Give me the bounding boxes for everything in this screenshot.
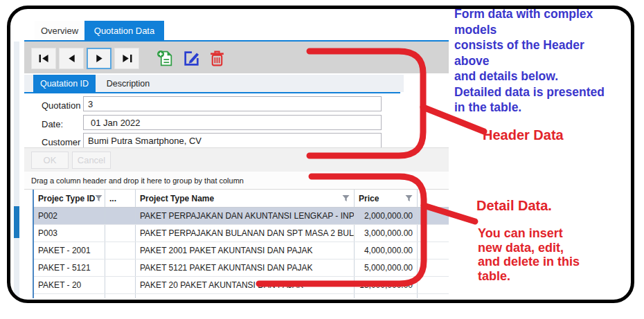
annotation-detail-data: Detail Data. bbox=[476, 198, 552, 214]
tab-overview[interactable]: Overview bbox=[35, 21, 84, 40]
next-record-icon bbox=[93, 54, 105, 63]
delete-record-button[interactable] bbox=[206, 48, 227, 69]
previous-record-icon bbox=[66, 54, 78, 63]
column-header-project-type-name[interactable]: Project Type Name bbox=[136, 190, 355, 207]
previous-record-button[interactable] bbox=[59, 48, 84, 69]
filter-icon[interactable] bbox=[405, 194, 413, 202]
detail-tabstrip: Quatation ID Description bbox=[24, 75, 404, 92]
filter-icon[interactable] bbox=[342, 194, 350, 202]
annotation-header-data: Header Data bbox=[483, 127, 564, 143]
left-scrollbar[interactable] bbox=[14, 42, 19, 298]
column-header-project-type-id[interactable]: Projec Type ID bbox=[34, 190, 105, 207]
new-record-button[interactable] bbox=[154, 48, 175, 69]
edit-record-icon bbox=[182, 49, 201, 68]
tab-quotation-id[interactable]: Quatation ID bbox=[33, 75, 96, 92]
grid-group-panel[interactable]: Drag a column header and drop it here to… bbox=[24, 172, 449, 190]
date-label: Date: bbox=[42, 119, 63, 129]
edit-record-button[interactable] bbox=[181, 48, 202, 69]
tab-quotation-data[interactable]: Quotation Data bbox=[84, 21, 164, 40]
quotation-id-input[interactable] bbox=[83, 96, 382, 111]
last-record-button[interactable] bbox=[114, 48, 139, 69]
date-input[interactable] bbox=[83, 115, 382, 130]
form-button-panel: OK Cancel bbox=[24, 147, 449, 172]
first-record-button[interactable] bbox=[31, 48, 56, 69]
tab-description[interactable]: Description bbox=[98, 75, 159, 92]
main-tabstrip: Overview Quotation Data bbox=[24, 19, 449, 42]
table-row[interactable]: PAKET - 5121 PAKET 5121 PAKET AKUNTANSI … bbox=[34, 259, 449, 277]
delete-record-icon bbox=[208, 49, 226, 68]
next-record-button[interactable] bbox=[87, 48, 111, 69]
ok-button[interactable]: OK bbox=[31, 152, 69, 169]
cancel-button[interactable]: Cancel bbox=[72, 152, 111, 169]
customer-name-input[interactable] bbox=[83, 133, 382, 148]
table-row[interactable]: PAKET - 2001 PAKET 2001 PAKET AKUNTANSI … bbox=[34, 242, 449, 259]
table-row[interactable]: P003 PAKET PERPAJAKAN BULANAN DAN SPT MA… bbox=[34, 225, 449, 242]
detail-grid: Projec Type ID ... Project Type Name Pri… bbox=[33, 190, 449, 298]
table-row-empty bbox=[34, 294, 449, 298]
grid-header-row: Projec Type ID ... Project Type Name Pri… bbox=[34, 190, 449, 208]
annotation-detail-note: You can insert new data, edit, and delet… bbox=[478, 226, 580, 283]
first-record-icon bbox=[38, 54, 50, 63]
header-form: Quotation ID: Date: Customer Name bbox=[24, 93, 449, 147]
filter-icon[interactable] bbox=[95, 194, 102, 202]
annotation-form-description: Form data with complex models consists o… bbox=[454, 6, 636, 116]
last-record-icon bbox=[121, 54, 133, 63]
scrollbar-thumb[interactable] bbox=[14, 206, 19, 238]
table-row[interactable]: P002 PAKET PERPAJAKAN DAN AKUNTANSI LENG… bbox=[34, 208, 449, 225]
application-window: Overview Quotation Data bbox=[24, 19, 449, 298]
column-header-price[interactable]: Price bbox=[355, 190, 418, 207]
record-toolbar bbox=[24, 42, 449, 73]
table-row[interactable]: PAKET - 20 PAKET 20 PAKET AKUNTANSI DAN … bbox=[34, 277, 449, 294]
column-header-empty bbox=[418, 190, 449, 207]
column-header-dots[interactable]: ... bbox=[105, 190, 136, 207]
new-record-icon bbox=[156, 49, 175, 68]
